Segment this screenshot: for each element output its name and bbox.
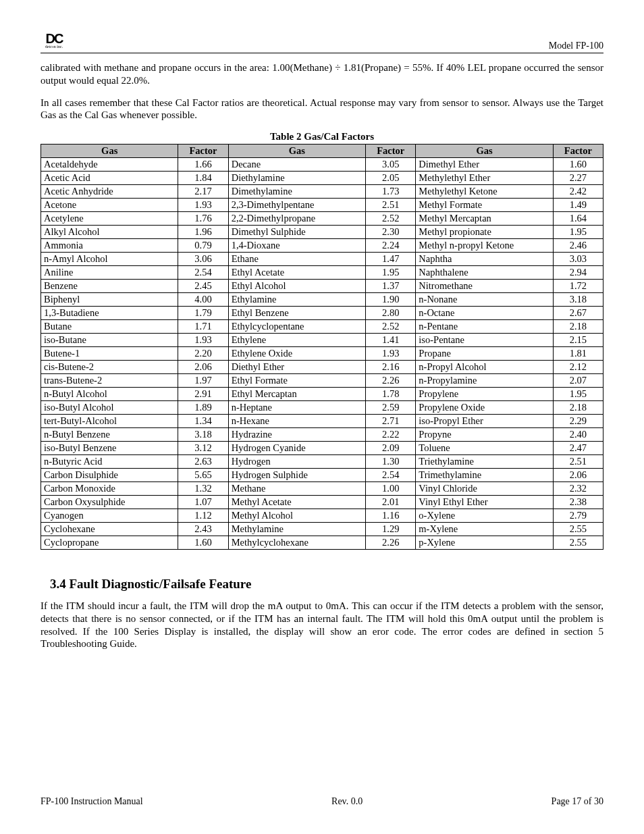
table-row: n-Amyl Alcohol3.06Ethane1.47Naphtha3.03 <box>41 253 603 266</box>
table-row: Cyanogen1.12Methyl Alcohol1.16o-Xylene2.… <box>41 509 603 523</box>
section-heading: 3.4 Fault Diagnostic/Failsafe Feature <box>50 577 603 592</box>
gas-cell: n-Hexane <box>228 415 365 428</box>
gas-cell: Naphthalene <box>416 266 553 280</box>
factor-cell: 1.30 <box>366 455 416 469</box>
gas-cell: Methylethyl Ether <box>416 172 553 185</box>
factor-cell: 2.55 <box>553 536 603 550</box>
page-header: DC detcon inc. Model FP-100 <box>41 32 603 53</box>
gas-cell: Ethylamine <box>228 293 365 307</box>
gas-cell: Vinyl Ethyl Ether <box>416 496 553 509</box>
factor-cell: 1.37 <box>366 280 416 293</box>
gas-cell: Decane <box>228 158 365 172</box>
col-header: Factor <box>553 145 603 158</box>
gas-cell: Cyanogen <box>41 509 178 523</box>
col-header: Factor <box>366 145 416 158</box>
table-row: Aniline2.54Ethyl Acetate1.95Naphthalene2… <box>41 266 603 280</box>
gas-cell: Ethyl Mercaptan <box>228 388 365 401</box>
gas-cell: tert-Butyl-Alcohol <box>41 415 178 428</box>
gas-cell: Acetic Anhydride <box>41 185 178 199</box>
gas-cell: Hydrogen <box>228 455 365 469</box>
factor-cell: 2.26 <box>366 536 416 550</box>
gas-cell: Dimethyl Ether <box>416 158 553 172</box>
section-body: If the ITM should incur a fault, the ITM… <box>41 600 603 650</box>
gas-cell: Aniline <box>41 266 178 280</box>
gas-cell: Ethane <box>228 253 365 266</box>
gas-cell: Acetic Acid <box>41 172 178 185</box>
factor-cell: 1.29 <box>366 523 416 536</box>
gas-cell: Hydrogen Cyanide <box>228 442 365 455</box>
table-row: Acetaldehyde1.66Decane3.05Dimethyl Ether… <box>41 158 603 172</box>
gas-cell: Methylamine <box>228 523 365 536</box>
factor-cell: 1.84 <box>178 172 228 185</box>
factor-cell: 2.24 <box>366 239 416 253</box>
table-row: trans-Butene-21.97Ethyl Formate2.26n-Pro… <box>41 374 603 388</box>
table-row: Alkyl Alcohol1.96Dimethyl Sulphide2.30Me… <box>41 226 603 239</box>
gas-cell: Acetaldehyde <box>41 158 178 172</box>
factor-cell: 1.93 <box>178 199 228 212</box>
gas-cell: Diethyl Ether <box>228 361 365 374</box>
factor-cell: 1.12 <box>178 509 228 523</box>
factor-cell: 2.01 <box>366 496 416 509</box>
factor-cell: 2.26 <box>366 374 416 388</box>
gas-cell: Carbon Oxysulphide <box>41 496 178 509</box>
company-logo: DC detcon inc. <box>41 32 68 51</box>
factor-cell: 2.38 <box>553 496 603 509</box>
gas-cell: Cyclohexane <box>41 523 178 536</box>
gas-cell: Butene-1 <box>41 347 178 361</box>
gas-cell: Methyl Acetate <box>228 496 365 509</box>
gas-cell: Acetylene <box>41 212 178 226</box>
table-row: Cyclohexane2.43Methylamine1.29m-Xylene2.… <box>41 523 603 536</box>
factor-cell: 2.42 <box>553 185 603 199</box>
gas-cell: Butane <box>41 320 178 334</box>
factor-cell: 2.59 <box>366 401 416 415</box>
col-header: Gas <box>228 145 365 158</box>
gas-cell: Carbon Disulphide <box>41 469 178 482</box>
gas-cell: iso-Pentane <box>416 334 553 347</box>
table-row: iso-Butyl Benzene3.12Hydrogen Cyanide2.0… <box>41 442 603 455</box>
gas-cell: n-Octane <box>416 307 553 320</box>
table-row: Butene-12.20Ethylene Oxide1.93Propane1.8… <box>41 347 603 361</box>
factor-cell: 3.05 <box>366 158 416 172</box>
factor-cell: 2.29 <box>553 415 603 428</box>
gas-cell: Methyl propionate <box>416 226 553 239</box>
factor-cell: 1.00 <box>366 482 416 496</box>
factor-cell: 2.15 <box>553 334 603 347</box>
gas-cal-factors-table: Gas Factor Gas Factor Gas Factor Acetald… <box>41 144 603 550</box>
table-row: n-Butyric Acid2.63Hydrogen1.30Triethylam… <box>41 455 603 469</box>
factor-cell: 1.78 <box>366 388 416 401</box>
gas-cell: Triethylamine <box>416 455 553 469</box>
factor-cell: 2.43 <box>178 523 228 536</box>
factor-cell: 2.51 <box>366 199 416 212</box>
factor-cell: 2.17 <box>178 185 228 199</box>
factor-cell: 2.16 <box>366 361 416 374</box>
factor-cell: 1.71 <box>178 320 228 334</box>
factor-cell: 2.80 <box>366 307 416 320</box>
gas-cell: o-Xylene <box>416 509 553 523</box>
gas-cell: Methyl n-propyl Ketone <box>416 239 553 253</box>
col-header: Gas <box>41 145 178 158</box>
gas-cell: Diethylamine <box>228 172 365 185</box>
gas-cell: m-Xylene <box>416 523 553 536</box>
gas-cell: iso-Butane <box>41 334 178 347</box>
factor-cell: 2.22 <box>366 428 416 442</box>
model-label: Model FP-100 <box>549 41 603 51</box>
gas-cell: Propyne <box>416 428 553 442</box>
gas-cell: 2,3-Dimethylpentane <box>228 199 365 212</box>
table-row: Carbon Monoxide1.32Methane1.00Vinyl Chlo… <box>41 482 603 496</box>
table-row: Ammonia0.791,4-Dioxane2.24Methyl n-propy… <box>41 239 603 253</box>
gas-cell: Alkyl Alcohol <box>41 226 178 239</box>
gas-cell: Hydrazine <box>228 428 365 442</box>
factor-cell: 1.95 <box>366 266 416 280</box>
factor-cell: 2.79 <box>553 509 603 523</box>
factor-cell: 1.79 <box>178 307 228 320</box>
factor-cell: 2.05 <box>366 172 416 185</box>
gas-cell: Dimethyl Sulphide <box>228 226 365 239</box>
gas-cell: Cyclopropane <box>41 536 178 550</box>
gas-cell: n-Nonane <box>416 293 553 307</box>
table-header-row: Gas Factor Gas Factor Gas Factor <box>41 145 603 158</box>
factor-cell: 3.18 <box>178 428 228 442</box>
logo-text: DC <box>46 32 63 45</box>
gas-cell: n-Pentane <box>416 320 553 334</box>
gas-cell: Methylethyl Ketone <box>416 185 553 199</box>
table-row: Cyclopropane1.60Methylcyclohexane2.26p-X… <box>41 536 603 550</box>
